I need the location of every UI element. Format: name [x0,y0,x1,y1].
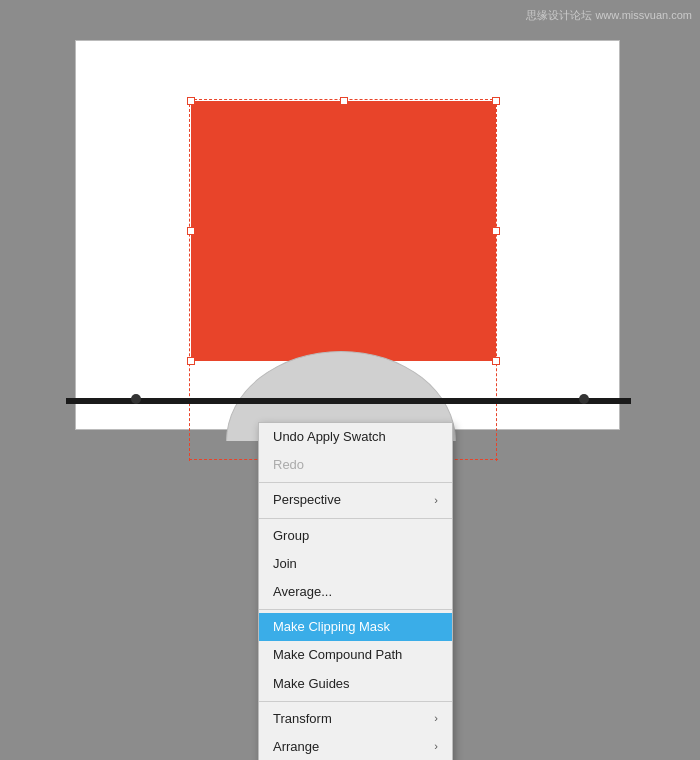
menu-item-label: Make Guides [273,675,350,693]
menu-item-join[interactable]: Join [259,550,452,578]
menu-item-label: Undo Apply Swatch [273,428,386,446]
handle-ml [187,227,195,235]
menu-separator [259,482,452,483]
menu-item-undo-apply-swatch[interactable]: Undo Apply Swatch [259,423,452,451]
handle-br [492,357,500,365]
menu-item-label: Arrange [273,738,319,756]
menu-item-redo: Redo [259,451,452,479]
menu-item-label: Perspective [273,491,341,509]
menu-item-perspective[interactable]: Perspective› [259,486,452,514]
menu-item-make-guides[interactable]: Make Guides [259,670,452,698]
menu-item-label: Make Clipping Mask [273,618,390,636]
handle-tr [492,97,500,105]
selection-border-right [496,99,498,461]
menu-separator [259,518,452,519]
menu-item-average[interactable]: Average... [259,578,452,606]
menu-item-arrange[interactable]: Arrange› [259,733,452,760]
menu-item-label: Average... [273,583,332,601]
menu-item-make-clipping-mask[interactable]: Make Clipping Mask [259,613,452,641]
submenu-arrow-icon: › [434,493,438,508]
dot-left [131,394,141,404]
orange-rectangle [191,101,496,361]
menu-separator [259,701,452,702]
menu-item-make-compound-path[interactable]: Make Compound Path [259,641,452,669]
context-menu: Undo Apply SwatchRedoPerspective›GroupJo… [258,422,453,760]
submenu-arrow-icon: › [434,711,438,726]
watermark: 思缘设计论坛 www.missvuan.com [526,8,692,23]
dot-right [579,394,589,404]
menu-separator [259,609,452,610]
handle-bl [187,357,195,365]
menu-item-label: Make Compound Path [273,646,402,664]
handle-mr [492,227,500,235]
menu-item-transform[interactable]: Transform› [259,705,452,733]
menu-item-label: Join [273,555,297,573]
handle-tl [187,97,195,105]
menu-item-label: Redo [273,456,304,474]
canvas-area [75,40,620,430]
perspective-bar [66,398,631,404]
menu-item-label: Transform [273,710,332,728]
menu-item-label: Group [273,527,309,545]
menu-item-group[interactable]: Group [259,522,452,550]
handle-tm [340,97,348,105]
submenu-arrow-icon: › [434,739,438,754]
